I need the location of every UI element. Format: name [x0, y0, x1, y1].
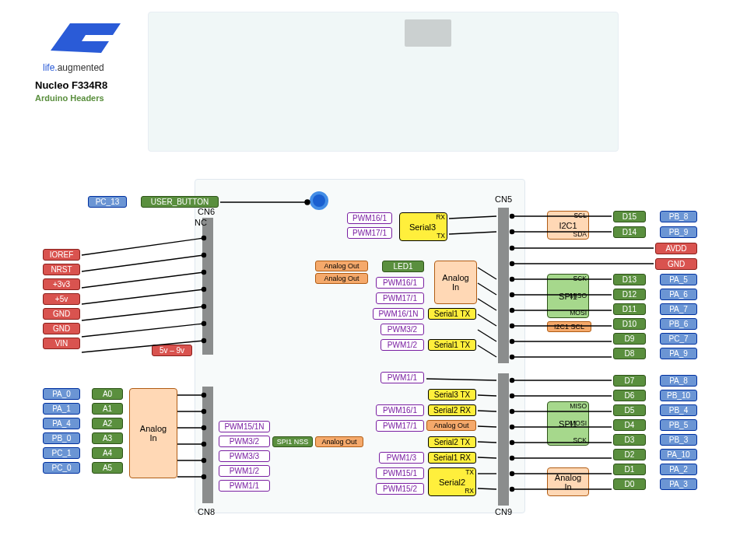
pb8: PB_8 [660, 211, 697, 222]
user-button-dot [310, 191, 328, 210]
chip-ioref: IOREF [43, 249, 80, 261]
title: Nucleo F334R8 [35, 79, 107, 91]
cn8-label: CN8 [198, 507, 215, 516]
svg-line-2 [82, 238, 204, 255]
svg-line-10 [82, 306, 204, 320]
lbl-a5: A5 [92, 462, 123, 474]
bot-pwm16-1: PWM16/1 [376, 404, 424, 416]
subtitle: Arduino Headers [35, 93, 104, 103]
pwm-mid-top: PWM16/1 PWM17/1 [347, 212, 392, 239]
d8: D8 [613, 348, 646, 359]
d10: D10 [613, 318, 646, 330]
d0: D0 [613, 478, 646, 490]
pb10: PB_10 [660, 390, 697, 401]
d14: D14 [613, 226, 646, 238]
chip-gnd1: GND [43, 308, 80, 320]
pa7: PA_7 [660, 303, 697, 315]
ao-top-1: Analog Out [315, 261, 368, 271]
lbl-a4: A4 [92, 447, 123, 459]
logo-tagline: life.augmented [43, 62, 104, 73]
analog-out-cn8: Analog Out [315, 436, 363, 447]
svg-line-6 [82, 272, 204, 288]
tag-life: life [43, 62, 54, 73]
cn9-green-col: D7 D6 D5 D4 D3 D2 D1 D0 [613, 375, 646, 490]
svg-line-12 [82, 324, 204, 337]
pb4: PB_4 [660, 404, 697, 416]
ao-top-2: Analog Out [315, 273, 368, 284]
pb9: PB_9 [660, 226, 697, 238]
spi1-nss: SPI1 NSS [272, 436, 313, 447]
d3: D3 [613, 434, 646, 446]
cn8-pwm-col: PWM15/1N PWM3/2 PWM3/3 PWM1/2 PWM1/1 [219, 421, 270, 492]
header-cn6 [202, 218, 213, 355]
cn9-blue-col: PA_8 PB_10 PB_4 PB_5 PB_3 PA_10 PA_2 PA_… [660, 375, 697, 490]
serial3-tx: Serial3 TX [428, 389, 476, 401]
st-logo [43, 19, 128, 64]
serial2-rx: Serial2 RX [428, 404, 476, 416]
spi1-top-box: SPI1 SCK MISO MOSI [547, 274, 589, 318]
d12: D12 [613, 289, 646, 300]
d1: D1 [613, 464, 646, 475]
serial3-tx: TX [437, 233, 445, 240]
cn5-green2-col: D13 D12 D11 D10 D9 D8 [613, 274, 646, 359]
pb5: PB_5 [660, 419, 697, 431]
bot-pwm1-1: PWM1/1 [381, 372, 424, 383]
svg-line-8 [82, 289, 204, 304]
bot-pwm15-2: PWM15/2 [376, 483, 424, 495]
i2c1-scl-solo: I2C1 SCL [547, 321, 591, 332]
d6: D6 [613, 390, 646, 401]
pa3: PA_3 [660, 478, 697, 490]
spi1-bot-box: SPI1 MISO MOSI SCK [547, 401, 589, 446]
d7: D7 [613, 375, 646, 387]
chip-nrst: NRST [43, 264, 80, 275]
chip-5v: +5v [43, 293, 80, 305]
pwm1-1: PWM1/1 [219, 480, 270, 492]
pwm17-1-top: PWM17/1 [347, 227, 392, 239]
spi1b-mosi: MOSI [570, 420, 587, 427]
nc-label: NC [195, 218, 207, 227]
pb6: PB_6 [660, 318, 697, 330]
d4: D4 [613, 419, 646, 431]
pin-pa4: PA_4 [43, 418, 80, 429]
usb-connector [405, 19, 451, 47]
pwm3-3: PWM3/3 [219, 450, 270, 462]
d9: D9 [613, 333, 646, 345]
d11: D11 [613, 303, 646, 315]
cn5-label: CN5 [495, 194, 512, 204]
chip-3v3: +3v3 [43, 278, 80, 290]
spi1b-sck: SCK [573, 437, 587, 444]
serial2-tx: Serial2 TX [428, 436, 476, 448]
pwm15-1n: PWM15/1N [219, 421, 270, 432]
d15: D15 [613, 211, 646, 222]
chip-vin: VIN [43, 338, 80, 349]
analog-in-top: Analog In [434, 261, 477, 304]
mid-pwm1-2: PWM1/2 [381, 339, 424, 351]
pin-pc0: PC_0 [43, 462, 80, 474]
serial2-rx2: RX [465, 488, 474, 495]
d5: D5 [613, 404, 646, 416]
i2c1-scl: SCL [573, 212, 587, 219]
pin-pa0: PA_0 [43, 388, 80, 400]
lbl-a3: A3 [92, 432, 123, 444]
pin-pc13: PC_13 [88, 196, 127, 208]
serial3-rx: RX [436, 214, 445, 221]
mid-pwm3-2: PWM3/2 [381, 324, 424, 335]
tag-aug: augmented [58, 62, 104, 73]
lbl-a1: A1 [92, 403, 123, 415]
analog-in-group: Analog In [129, 388, 177, 478]
chip-gnd2: GND [43, 323, 80, 334]
pb3: PB_3 [660, 434, 697, 446]
pa2: PA_2 [660, 464, 697, 475]
pin-pb0: PB_0 [43, 432, 80, 444]
analog-in-bot: Analog In [547, 467, 589, 496]
pa9: PA_9 [660, 348, 697, 359]
gnd: GND [655, 258, 697, 270]
svg-line-4 [82, 255, 204, 271]
bot-pwm17-1: PWM17/1 [376, 420, 424, 432]
mid-pwm17-1: PWM17/1 [376, 292, 424, 304]
i2c1-sda: SDA [573, 231, 587, 238]
bot-pwm15-1: PWM15/1 [376, 467, 424, 479]
d13: D13 [613, 274, 646, 285]
serial2-name: Serial2 [439, 478, 465, 487]
serial1-rx: Serial1 RX [428, 452, 476, 464]
